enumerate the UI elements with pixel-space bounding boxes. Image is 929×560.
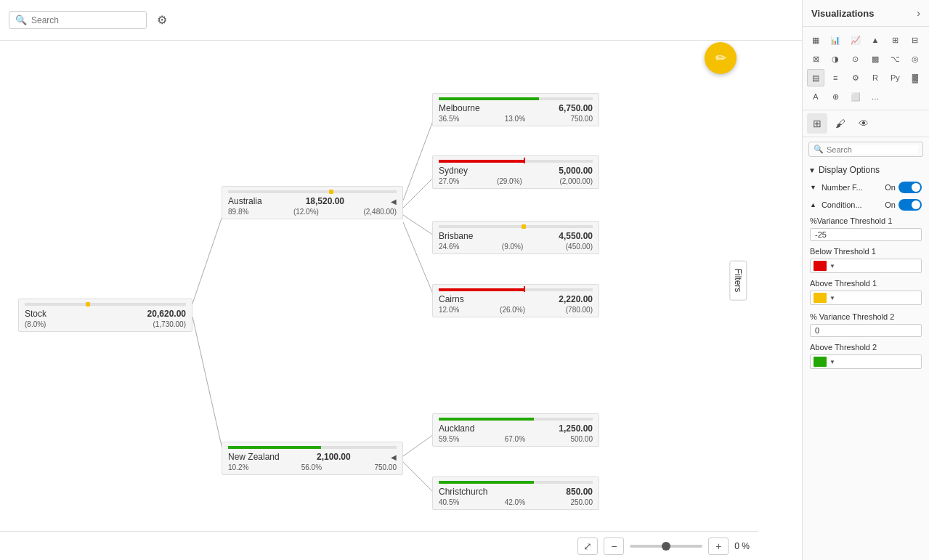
below-threshold1-color [814,261,827,271]
christchurch-stat3: 250.00 [570,498,593,506]
viz-icon-line[interactable]: 📈 [847,31,864,49]
sydney-title: Sydney [439,166,468,176]
nz-collapse[interactable]: ◀ [391,453,397,461]
condition-track[interactable] [898,199,922,211]
christchurch-stat1: 40.5% [439,498,459,506]
below-threshold1-swatch[interactable]: ▼ [810,259,922,273]
viz-icon-column[interactable]: 📊 [827,31,844,49]
viz-tab-analytics[interactable]: 👁 [853,113,874,134]
melbourne-stat3: 750.00 [570,115,593,123]
nz-stat2: 56.0% [301,463,322,471]
sydney-node: Sydney 5,000.00 27.0% (29.0%) (2,000.00) [432,155,599,189]
viz-panel-title: Visualizations [811,8,874,19]
below-threshold1-label: Below Threshold 1 [803,244,929,257]
viz-icon-table2[interactable]: ▤ [807,69,824,86]
search-box[interactable]: 🔍 [9,11,147,29]
zoom-slider[interactable] [630,545,702,548]
svg-line-3 [403,175,436,208]
zoom-slider-thumb [662,542,670,551]
viz-icon-pie[interactable]: ◑ [827,50,844,68]
viz-icon-python[interactable]: Py [886,69,904,86]
above-threshold2-color-row: ▼ [803,353,929,373]
viz-icon-bar[interactable]: ▦ [807,31,824,49]
australia-stat3: (2,480.00) [363,208,397,216]
number-format-row: ▼ Number F... On [803,179,929,196]
cairns-stat3: (780.00) [566,306,593,314]
search-input[interactable] [31,15,140,25]
brisbane-stat2: (9.0%) [502,243,523,251]
auckland-stat2: 67.0% [505,435,525,443]
viz-icon-funnel[interactable]: ⌥ [886,50,904,68]
variance-threshold1-wrap [803,227,929,244]
above-threshold2-swatch[interactable]: ▼ [810,354,922,369]
root-stat2: (1,730.00) [153,320,186,328]
christchurch-node: Christchurch 850.00 40.5% 42.0% 250.00 [432,476,599,510]
number-format-track[interactable] [898,182,922,193]
svg-line-1 [192,317,225,462]
sydney-stat2: (29.0%) [497,177,522,185]
condition-label: Condition... [822,200,862,209]
viz-icon-scatter[interactable]: ⊞ [886,31,904,49]
viz-icon-text[interactable]: A [807,88,824,105]
auckland-stat3: 500.00 [570,435,593,443]
sydney-stat1: 27.0% [439,177,459,185]
variance-threshold1-input[interactable] [810,228,922,241]
viz-icon-web[interactable]: ⊕ [827,88,844,105]
above-threshold2-color [814,357,827,367]
viz-icon-table[interactable]: ⊟ [906,31,924,49]
condition-row: ▲ Condition... On [803,196,929,214]
viz-icon-ellipsis[interactable]: … [867,88,884,105]
above-threshold1-swatch[interactable]: ▼ [810,291,922,305]
svg-line-5 [403,222,436,301]
melbourne-value: 6,750.00 [559,103,593,113]
above-threshold1-color-row: ▼ [803,289,929,309]
melbourne-stat2: 13.0% [505,115,525,123]
viz-icon-r[interactable]: R [867,69,884,86]
condition-value: On [885,200,896,209]
filters-tab[interactable]: Filters [730,260,747,300]
variance-threshold2-label: % Variance Threshold 2 [803,309,929,322]
variance-threshold2-input[interactable] [810,324,922,337]
above-threshold2-arrow: ▼ [829,359,835,365]
australia-collapse[interactable]: ◀ [391,198,397,206]
panel-search-box[interactable]: 🔍 [808,142,923,157]
viz-icon-custom[interactable]: ⬜ [847,88,864,105]
below-threshold1-color-row: ▼ [803,257,929,277]
viz-tab-format[interactable]: 🖌 [830,113,851,134]
viz-icon-filter2[interactable]: ⚙ [847,69,864,86]
number-format-label: Number F... [822,183,863,192]
svg-line-6 [403,433,436,456]
zoom-in-button[interactable]: + [708,537,729,555]
below-threshold1-arrow: ▼ [829,263,835,269]
nz-value: 2,100.00 [317,452,351,462]
viz-icon-donut[interactable]: ⊙ [847,50,864,68]
above-threshold1-arrow: ▼ [829,295,835,301]
viz-icon-treemap[interactable]: ▩ [867,50,884,68]
zoom-out-button[interactable]: − [604,537,624,555]
condition-toggle[interactable]: On [885,199,922,211]
display-options-chevron: ▼ [808,166,816,174]
cairns-stat2: (26.0%) [500,306,525,314]
expand-button[interactable]: ⤢ [577,537,598,555]
svg-line-7 [403,462,436,495]
toolbar: 🔍 ⚙ [0,0,802,41]
gear-button[interactable]: ⚙ [154,10,170,30]
viz-icon-area[interactable]: ▲ [867,31,884,49]
viz-icon-matrix[interactable]: ⊠ [807,50,824,68]
condition-chevron: ▲ [810,201,816,208]
panel-search-input[interactable] [827,145,918,154]
cairns-node: Cairns 2,220.00 12.0% (26.0%) (780.00) [432,284,599,317]
viz-icon-gauge[interactable]: ◎ [906,50,924,68]
edit-fab-button[interactable]: ✏ [705,42,737,74]
viz-panel-close[interactable]: › [917,7,920,19]
display-options-section[interactable]: ▼ Display Options [803,161,929,179]
christchurch-title: Christchurch [439,487,487,497]
viz-tab-fields[interactable]: ⊞ [807,113,827,134]
zoom-label: 0 % [734,541,750,551]
viz-icon-format[interactable]: ≡ [827,69,844,86]
sydney-stat3: (2,000.00) [559,177,593,185]
viz-icon-more[interactable]: ▓ [906,69,924,86]
number-format-toggle[interactable]: On [885,182,922,193]
auckland-value: 1,250.00 [559,423,593,434]
brisbane-value: 4,550.00 [559,231,593,241]
